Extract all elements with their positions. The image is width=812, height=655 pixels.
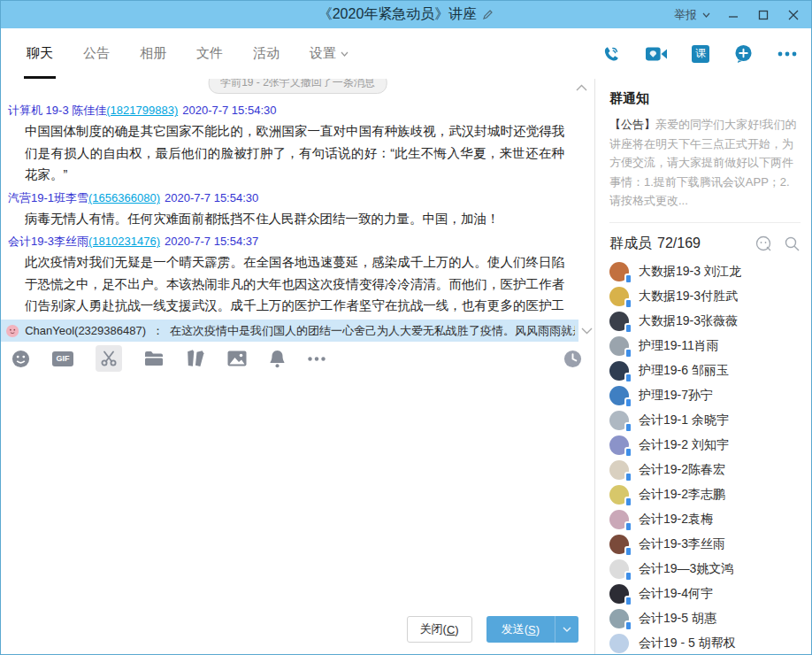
tab-公告[interactable]: 公告 (68, 28, 125, 79)
send-hotkey: S (528, 623, 536, 636)
sender-name: 计算机 19-3 陈佳佳 (8, 104, 106, 117)
avatar (609, 361, 629, 381)
tab-聊天[interactable]: 聊天 (11, 28, 68, 79)
member-list[interactable]: 大数据19-3 刘江龙 大数据19-3付胜武 大数据19-3张薇薇 护理19-1… (609, 259, 811, 655)
message-timestamp: 2020-7-7 15:54:30 (165, 191, 258, 204)
tab-toolbar: 聊天 公告 相册 文件 活动 设置 课 (1, 28, 811, 79)
member-row[interactable]: 会计19-4何宇 (609, 582, 811, 606)
report-label: 举报 (674, 7, 697, 23)
video-call-icon[interactable] (646, 46, 667, 62)
sender-qq-link[interactable]: (1821799883) (106, 104, 178, 117)
titlebar: 《2020年紧急动员》讲座 举报 (1, 1, 811, 28)
message-input[interactable] (1, 375, 594, 616)
member-row[interactable]: 会计19-2陈春宏 (609, 458, 811, 482)
avatar (609, 336, 629, 356)
preview-row: ChanYeol(2329386487)：在这次疫情中是我们国人的团结一心舍己为… (1, 320, 594, 342)
class-mode-icon[interactable]: 课 (692, 45, 709, 63)
avatar (609, 584, 629, 604)
message-list: 计算机 19-3 陈佳佳(1821799883)2020-7-7 15:54:3… (1, 79, 594, 320)
member-row[interactable]: 会计19—3姚文鸿 (609, 557, 811, 582)
emoji-icon[interactable] (11, 350, 30, 368)
avatar (609, 485, 629, 505)
member-row[interactable]: 大数据19-3 刘江龙 (609, 259, 811, 284)
group-chat-window: 《2020年紧急动员》讲座 举报 聊天 公告 相册 文件 活动 设置 (0, 0, 812, 655)
member-row[interactable]: 会计19-2 刘知宇 (609, 433, 811, 458)
send-file-folder-icon[interactable] (144, 351, 164, 366)
sender-qq-link[interactable]: (1810231476) (88, 235, 160, 248)
voice-call-icon[interactable] (601, 44, 621, 64)
chevron-down-icon (341, 51, 349, 57)
new-message-preview[interactable]: ChanYeol(2329386487)：在这次疫情中是我们国人的团结一心舍己为… (1, 320, 578, 342)
mobile-online-badge (624, 348, 632, 358)
message-text: 病毒无情人有情。任何灾难面前都抵挡不住人民群众团结一致的力量。中国，加油！ (8, 207, 587, 232)
group-notice-text[interactable]: 【公告】亲爱的同学们大家好!我们的讲座将在明天下午三点正式开始，为方便交流，请大… (609, 115, 811, 211)
member-row[interactable]: 会计19-2李志鹏 (609, 482, 811, 507)
send-label-end: ) (536, 623, 540, 636)
chat-history[interactable]: 学前19 - 2张宇又撤回了一条消息 计算机 19-3 陈佳佳(18217998… (1, 79, 594, 320)
notify-bell-icon[interactable] (269, 350, 286, 368)
avatar (609, 386, 629, 405)
report-chevron-icon (702, 12, 710, 18)
message-text: 此次疫情对我们无疑是一个晴天霹雳。在全国各地迅速蔓延，感染成千上万的人。使人们终… (8, 250, 587, 320)
avatar (609, 535, 629, 554)
mobile-online-badge (624, 298, 632, 309)
mobile-online-badge (624, 422, 632, 433)
member-row[interactable]: 会计19-5 胡惠 (609, 606, 811, 631)
search-members-icon[interactable] (785, 236, 800, 251)
mobile-online-badge (624, 274, 632, 284)
chat-column: 学前19 - 2张宇又撤回了一条消息 计算机 19-3 陈佳佳(18217998… (1, 79, 595, 654)
send-options-button[interactable] (555, 616, 578, 643)
mobile-online-badge (624, 521, 632, 532)
member-row[interactable]: 会计19 - 5 胡帮权 (609, 631, 811, 655)
close-button[interactable] (786, 8, 801, 22)
maximize-button[interactable] (756, 8, 770, 22)
member-row[interactable]: 会计19-1 余晓宇 (609, 408, 811, 433)
gif-label: GIF (52, 351, 73, 366)
mobile-online-badge (624, 447, 632, 458)
avatar (609, 460, 629, 480)
member-name: 会计19 - 5 胡帮权 (639, 636, 736, 651)
sender-name: 会计19-3李丝雨 (8, 235, 88, 248)
notice-body: 亲爱的同学们大家好!我们的讲座将在明天下午三点正式开始，为方便交流，请大家提前做… (609, 118, 797, 207)
member-row[interactable]: 会计19-2袁梅 (609, 507, 811, 532)
member-row[interactable]: 大数据19-3张薇薇 (609, 309, 811, 334)
member-row[interactable]: 护理19-11肖雨 (609, 334, 811, 358)
content-area: 学前19 - 2张宇又撤回了一条消息 计算机 19-3 陈佳佳(18217998… (1, 79, 811, 654)
minimize-button[interactable] (726, 8, 740, 22)
avatar (609, 262, 629, 281)
more-tools-icon[interactable] (308, 357, 326, 361)
mobile-online-badge (624, 323, 632, 334)
members-title: 群成员 (609, 235, 652, 253)
chat-message: 汽营19-1班李雪(1656366080)2020-7-7 15:54:30 病… (8, 189, 587, 232)
add-member-icon[interactable] (734, 44, 753, 63)
member-name: 会计19-1 余晓宇 (639, 412, 729, 428)
anonymous-chat-icon[interactable] (755, 235, 771, 251)
message-timestamp: 2020-7-7 15:54:37 (165, 235, 258, 248)
tab-活动[interactable]: 活动 (238, 28, 295, 79)
message-header: 会计19-3李丝雨(1810231476)2020-7-7 15:54:37 (8, 233, 587, 250)
shake-window-icon[interactable] (186, 350, 205, 367)
report-button[interactable]: 举报 (674, 7, 710, 23)
scroll-up-icon[interactable] (576, 84, 587, 91)
scroll-down-icon[interactable] (578, 328, 594, 335)
close-chat-button[interactable]: 关闭(C) (407, 616, 472, 643)
screenshot-scissors-icon[interactable] (96, 345, 122, 372)
tab-文件[interactable]: 文件 (181, 28, 238, 79)
message-history-clock-icon[interactable] (563, 350, 582, 368)
gif-icon[interactable]: GIF (52, 351, 73, 366)
avatar (609, 287, 629, 306)
sender-qq-link[interactable]: (1656366080) (88, 191, 160, 204)
edit-title-icon[interactable] (482, 9, 494, 20)
message-header: 计算机 19-3 陈佳佳(1821799883)2020-7-7 15:54:3… (8, 102, 587, 119)
mobile-online-badge (624, 596, 632, 606)
send-image-icon[interactable] (227, 351, 247, 366)
member-row[interactable]: 会计19-3李丝雨 (609, 532, 811, 557)
group-sidebar: 群通知 【公告】亲爱的同学们大家好!我们的讲座将在明天下午三点正式开始，为方便交… (595, 79, 811, 654)
member-row[interactable]: 护理19-7孙宁 (609, 383, 811, 408)
tab-设置[interactable]: 设置 (295, 28, 364, 79)
member-row[interactable]: 大数据19-3付胜武 (609, 284, 811, 309)
tab-相册[interactable]: 相册 (125, 28, 181, 79)
more-actions-icon[interactable] (778, 51, 797, 57)
send-button[interactable]: 发送(S) (486, 616, 555, 643)
member-row[interactable]: 护理19-6 邹丽玉 (609, 358, 811, 383)
